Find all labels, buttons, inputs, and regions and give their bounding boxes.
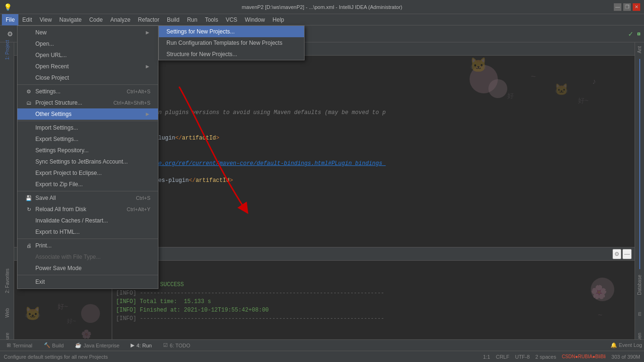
menu-item-navigate[interactable]: Navigate bbox=[56, 14, 85, 25]
menu-item-analyze[interactable]: Analyze bbox=[107, 14, 134, 25]
menu-open-recent[interactable]: Open Recent ► bbox=[17, 61, 158, 72]
status-right: 1:1 CRLF UTF-8 2 spaces CSDN●RUBIA●BliBl… bbox=[483, 354, 640, 360]
run-tab-icon: ▶ bbox=[131, 342, 134, 348]
menu-save-all[interactable]: 💾Save All Ctrl+S bbox=[17, 192, 158, 204]
reload-icon: ↻ bbox=[25, 206, 33, 213]
run-settings-btn[interactable]: ⚙ bbox=[612, 249, 621, 259]
right-label-database[interactable]: Database bbox=[636, 271, 643, 299]
menu-settings[interactable]: ⚙Settings... Ctrl+Alt+S bbox=[17, 86, 158, 97]
right-label-m[interactable]: m bbox=[636, 308, 643, 320]
other-settings-submenu: Settings for New Projects... Run Configu… bbox=[158, 25, 305, 60]
window-title: mavenP2 [D:\ws\mavenP2] - ...\pom.xml - … bbox=[0, 4, 644, 10]
menu-invalidate-caches[interactable]: Invalidate Caches / Restart... bbox=[17, 215, 158, 226]
anime-decoration-right: 🌸 ~ bbox=[574, 263, 631, 349]
menu-print[interactable]: 🖨Print... bbox=[17, 240, 158, 251]
terminal-label: Terminal bbox=[13, 343, 33, 348]
tool-tab-run[interactable]: ▶ 4: Run bbox=[126, 341, 156, 349]
menu-power-save-mode[interactable]: Power Save Mode bbox=[17, 263, 158, 274]
menu-item-run[interactable]: Run bbox=[183, 14, 201, 25]
titlebar: 💡 mavenP2 [D:\ws\mavenP2] - ...\pom.xml … bbox=[0, 0, 644, 14]
todo-icon: ☑ bbox=[163, 342, 168, 348]
status-csdn: CSDN●RUBIA●BliBli bbox=[562, 354, 606, 359]
sidebar-web-icon[interactable]: Web bbox=[1, 307, 13, 319]
project-structure-icon: 🗂 bbox=[25, 100, 33, 106]
console-line-3: [INFO] ---------------------------------… bbox=[116, 290, 384, 296]
status-encoding[interactable]: UTF-8 bbox=[515, 354, 529, 360]
menu-close-project[interactable]: Close Project bbox=[17, 72, 158, 83]
menu-item-file[interactable]: File bbox=[2, 14, 18, 25]
event-log-label: Event Log bbox=[619, 342, 642, 348]
event-log[interactable]: 🔔 Event Log bbox=[611, 342, 642, 348]
menu-item-build[interactable]: Build bbox=[163, 14, 183, 25]
menu-reload-disk[interactable]: ↻Reload All from Disk Ctrl+Alt+Y bbox=[17, 204, 158, 215]
bottom-tool-tabs: ⊞ Terminal 🔨 Build ☕ Java Enterprise ▶ 4… bbox=[0, 339, 644, 351]
menu-import-settings[interactable]: Import Settings... bbox=[17, 122, 158, 133]
menu-associate-file-type: Associate with File Type... bbox=[17, 251, 158, 263]
right-label-ant[interactable]: Ant bbox=[636, 42, 643, 57]
status-left: Configure default settings for all new P… bbox=[4, 354, 108, 360]
tool-tab-java-enterprise[interactable]: ☕ Java Enterprise bbox=[70, 341, 124, 349]
java-enterprise-icon: ☕ bbox=[75, 342, 82, 348]
svg-text:好~: 好~ bbox=[58, 303, 68, 311]
build-label: Build bbox=[52, 343, 64, 348]
save-all-shortcut: Ctrl+S bbox=[136, 195, 150, 201]
submenu-structure-new-projects[interactable]: Structure for New Projects... bbox=[159, 49, 304, 60]
sidebar-project-icon[interactable]: 1: Project bbox=[1, 44, 13, 56]
event-log-icon: 🔔 bbox=[611, 342, 617, 348]
file-menu-section-2: ⚙Settings... Ctrl+Alt+S 🗂Project Structu… bbox=[17, 84, 158, 121]
submenu-settings-new-projects[interactable]: Settings for New Projects... bbox=[159, 26, 304, 37]
settings-shortcut: Ctrl+Alt+S bbox=[127, 89, 150, 94]
menu-item-tools[interactable]: Tools bbox=[201, 14, 222, 25]
menu-export-eclipse[interactable]: Export Project to Eclipse... bbox=[17, 167, 158, 179]
menu-item-help[interactable]: Help bbox=[269, 14, 288, 25]
toolbar-settings-btn[interactable]: ⚙ bbox=[4, 28, 16, 40]
file-menu-section-4: 💾Save All Ctrl+S ↻Reload All from Disk C… bbox=[17, 191, 158, 239]
menu-open-url[interactable]: Open URL... bbox=[17, 49, 158, 61]
status-line-sep[interactable]: CRLF bbox=[496, 354, 510, 360]
status-position[interactable]: 1:1 bbox=[483, 354, 490, 360]
sidebar-favorites-icon[interactable]: 2: Favorites bbox=[1, 275, 13, 287]
tool-tab-terminal[interactable]: ⊞ Terminal bbox=[2, 341, 37, 349]
menu-export-settings[interactable]: Export Settings... bbox=[17, 133, 158, 145]
project-structure-shortcut: Ctrl+Alt+Shift+S bbox=[113, 100, 150, 106]
tool-tab-todo[interactable]: ☑ 6: TODO bbox=[158, 341, 195, 349]
status-indicator bbox=[637, 33, 640, 35]
settings-icon: ⚙ bbox=[25, 89, 33, 95]
menu-settings-repository[interactable]: Settings Repository... bbox=[17, 145, 158, 156]
checkmark-indicator: ✓ bbox=[628, 30, 634, 38]
status-line-col: 303 of 390M bbox=[611, 354, 640, 360]
menu-item-view[interactable]: View bbox=[36, 14, 56, 25]
status-message: Configure default settings for all new P… bbox=[4, 354, 108, 360]
menu-item-vcs[interactable]: VCS bbox=[222, 14, 241, 25]
tool-tab-build[interactable]: 🔨 Build bbox=[39, 341, 68, 349]
terminal-icon: ⊞ bbox=[7, 342, 11, 348]
menubar: File Edit View Navigate Code Analyze Ref… bbox=[0, 14, 644, 25]
menu-exit[interactable]: Exit bbox=[17, 276, 158, 288]
save-all-icon: 💾 bbox=[25, 195, 33, 201]
menu-export-zip[interactable]: Export to Zip File... bbox=[17, 179, 158, 190]
file-menu-section-3: Import Settings... Export Settings... Se… bbox=[17, 121, 158, 191]
menu-item-refactor[interactable]: Refactor bbox=[134, 14, 163, 25]
menu-export-html[interactable]: Export to HTML... bbox=[17, 226, 158, 238]
console-text[interactable]: [INFO] [INFO] BUILD SUCCESS [INFO] -----… bbox=[112, 263, 574, 349]
new-arrow: ► bbox=[145, 29, 150, 36]
status-indent[interactable]: 2 spaces bbox=[536, 354, 556, 360]
menu-sync-settings[interactable]: Sync Settings to JetBrains Account... bbox=[17, 156, 158, 167]
menu-new[interactable]: New ► bbox=[17, 27, 158, 38]
submenu-run-config-templates[interactable]: Run Configuration Templates for New Proj… bbox=[159, 37, 304, 49]
other-settings-arrow: ► bbox=[145, 111, 150, 117]
left-sidebar: 1: Project 2: Favorites Web Z: Structure bbox=[0, 42, 14, 351]
console-line-4: [INFO] Total time: 15.133 s bbox=[116, 298, 211, 305]
run-tab-label: 4: Run bbox=[136, 343, 151, 348]
file-menu-section-1: New ► Open... Open URL... Open Recent ► … bbox=[17, 26, 158, 84]
todo-label: 6: TODO bbox=[170, 343, 190, 348]
menu-open[interactable]: Open... bbox=[17, 38, 158, 49]
run-hide-btn[interactable]: — bbox=[622, 249, 632, 259]
menu-item-window[interactable]: Window bbox=[241, 14, 269, 25]
menu-item-edit[interactable]: Edit bbox=[18, 14, 36, 25]
menu-project-structure[interactable]: 🗂Project Structure... Ctrl+Alt+Shift+S bbox=[17, 97, 158, 108]
right-border bbox=[639, 59, 640, 269]
menu-item-code[interactable]: Code bbox=[85, 14, 107, 25]
menu-other-settings[interactable]: Other Settings ► bbox=[17, 108, 158, 120]
right-sidebar: Ant Database m Maven bbox=[635, 42, 644, 351]
